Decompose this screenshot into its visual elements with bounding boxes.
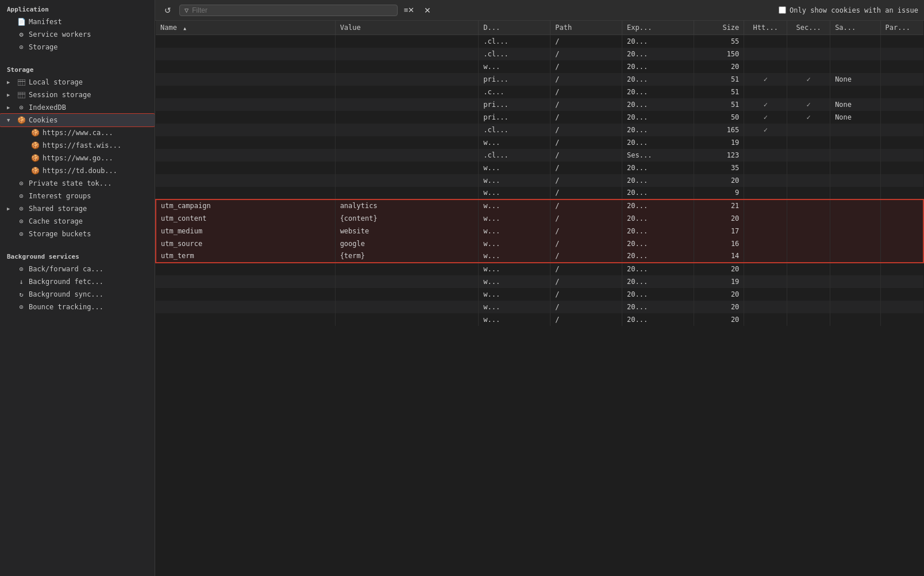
cell-http: [744, 48, 787, 60]
sidebar-item-storage-app[interactable]: ⊙ Storage: [0, 41, 155, 53]
filter-input[interactable]: [192, 6, 392, 14]
table-row[interactable]: w.../20...20: [156, 288, 923, 301]
table-row[interactable]: utm_mediumwebsitew.../20...17: [156, 225, 923, 237]
cell-secure: [787, 174, 830, 187]
cylinder-icon-bt: ⊙: [17, 303, 25, 311]
sidebar-item-service-workers[interactable]: ⚙ Service workers: [0, 28, 155, 41]
table-row[interactable]: pri.../20...50✓✓None: [156, 111, 923, 124]
sidebar-item-cookies[interactable]: ▼ 🍪 Cookies: [0, 114, 155, 126]
expand-session[interactable]: ▶: [7, 92, 14, 98]
cell-samesite: [830, 313, 880, 326]
sidebar-item-cookies-2[interactable]: 🍪 https://fast.wis...: [0, 139, 155, 152]
table-row[interactable]: w.../20...35: [156, 162, 923, 174]
col-header-value[interactable]: Value: [335, 21, 479, 35]
col-header-path[interactable]: Path: [550, 21, 622, 35]
cell-value: {content}: [335, 212, 479, 225]
table-row[interactable]: w.../20...20: [156, 313, 923, 326]
bg-sync-label: Background sync...: [29, 290, 150, 298]
table-row[interactable]: w.../20...20: [156, 174, 923, 187]
cell-size: 123: [694, 149, 744, 162]
cell-value: [335, 301, 479, 313]
col-header-size[interactable]: Size: [694, 21, 744, 35]
col-header-domain[interactable]: D...: [479, 21, 550, 35]
sidebar-item-session-storage[interactable]: ▶ Session storage: [0, 89, 155, 101]
col-header-samesite[interactable]: Sa...: [830, 21, 880, 35]
expand-local[interactable]: ▶: [7, 79, 14, 85]
cell-secure: [787, 60, 830, 73]
cell-partition: [880, 225, 923, 237]
sidebar-item-local-storage[interactable]: ▶ Local storage: [0, 76, 155, 89]
clear-all-button[interactable]: ≡✕: [402, 3, 416, 17]
expand-shared[interactable]: ▶: [7, 206, 14, 212]
cell-samesite: [830, 86, 880, 98]
table-header-row: Name ▲ Value D... Path Exp... Size Htt..…: [156, 21, 923, 35]
cell-partition: [880, 263, 923, 275]
sidebar-item-cookies-4[interactable]: 🍪 https://td.doub...: [0, 164, 155, 177]
table-row[interactable]: pri.../20...51✓✓None: [156, 73, 923, 86]
table-row[interactable]: w.../20...20: [156, 301, 923, 313]
sidebar-item-back-forward[interactable]: ⊙ Back/forward ca...: [0, 263, 155, 275]
sidebar-item-cookies-1[interactable]: 🍪 https://www.ca...: [0, 126, 155, 139]
cell-partition: [880, 275, 923, 288]
sidebar-item-private-state[interactable]: ⊙ Private state tok...: [0, 177, 155, 190]
refresh-button[interactable]: ↺: [161, 3, 175, 17]
cell-secure: [787, 237, 830, 250]
cell-http: [744, 60, 787, 73]
col-header-name[interactable]: Name ▲: [156, 21, 335, 35]
indexeddb-label: IndexedDB: [29, 103, 150, 112]
table-row[interactable]: pri.../20...51✓✓None: [156, 98, 923, 111]
cylinder-icon: ⊙: [17, 43, 25, 51]
cell-partition: [880, 162, 923, 174]
sidebar-item-manifest[interactable]: 📄 Manifest: [0, 16, 155, 28]
table-row[interactable]: .cl.../Ses...123: [156, 149, 923, 162]
table-row[interactable]: utm_content{content}w.../20...20: [156, 212, 923, 225]
col-header-expires[interactable]: Exp...: [622, 21, 694, 35]
sidebar-item-indexeddb[interactable]: ▶ ⊙ IndexedDB: [0, 101, 155, 114]
sort-icon-name: ▲: [183, 26, 186, 31]
table-row[interactable]: utm_campaignanalyticsw.../20...21: [156, 199, 923, 212]
sidebar-item-shared-storage[interactable]: ▶ ⊙ Shared storage: [0, 202, 155, 215]
close-button[interactable]: ✕: [421, 3, 434, 17]
cell-samesite: [830, 212, 880, 225]
table-row[interactable]: w.../20...19: [156, 275, 923, 288]
table-row[interactable]: .cl.../20...150: [156, 48, 923, 60]
cell-name: utm_source: [156, 237, 335, 250]
col-header-http[interactable]: Htt...: [744, 21, 787, 35]
table-icon-session: [17, 91, 25, 99]
cell-path: /: [550, 275, 622, 288]
table-row[interactable]: w.../20...9: [156, 187, 923, 199]
sidebar-item-cache-storage[interactable]: ⊙ Cache storage: [0, 215, 155, 228]
sidebar-item-bg-fetch[interactable]: ↓ Background fetc...: [0, 275, 155, 288]
sidebar-item-storage-buckets[interactable]: ⊙ Storage buckets: [0, 228, 155, 240]
table-row[interactable]: w.../20...19: [156, 136, 923, 149]
sidebar-item-bounce-tracking[interactable]: ⊙ Bounce tracking...: [0, 301, 155, 313]
expand-idb[interactable]: ▶: [7, 105, 14, 110]
sidebar-item-bg-sync[interactable]: ↻ Background sync...: [0, 288, 155, 301]
table-row[interactable]: w.../20...20: [156, 263, 923, 275]
issue-checkbox[interactable]: [779, 6, 786, 14]
col-header-secure[interactable]: Sec...: [787, 21, 830, 35]
issue-checkbox-label[interactable]: Only show cookies with an issue: [779, 6, 918, 14]
cache-storage-label: Cache storage: [29, 217, 150, 225]
cookies-2-label: https://fast.wis...: [43, 141, 150, 149]
col-header-partition[interactable]: Par...: [880, 21, 923, 35]
cell-name: [156, 275, 335, 288]
expand-cookies[interactable]: ▼: [7, 117, 14, 123]
table-row[interactable]: utm_sourcegooglew.../20...16: [156, 237, 923, 250]
table-row[interactable]: .cl.../20...165✓: [156, 124, 923, 136]
cell-value: [335, 136, 479, 149]
cell-expires: 20...: [622, 98, 694, 111]
sidebar-item-cookies-3[interactable]: 🍪 https://www.go...: [0, 152, 155, 164]
session-storage-label: Session storage: [29, 91, 150, 99]
table-row[interactable]: .c.../20...51: [156, 86, 923, 98]
storage-label: Storage: [29, 43, 150, 51]
table-row[interactable]: w.../20...20: [156, 60, 923, 73]
svg-rect-4: [18, 92, 25, 98]
cell-partition: [880, 48, 923, 60]
sync-icon: ↻: [17, 290, 25, 298]
table-row[interactable]: utm_term{term}w.../20...14: [156, 250, 923, 263]
cell-name: [156, 313, 335, 326]
table-row[interactable]: .cl.../20...55: [156, 35, 923, 48]
sidebar-item-interest-groups[interactable]: ⊙ Interest groups: [0, 190, 155, 202]
cell-samesite: [830, 275, 880, 288]
